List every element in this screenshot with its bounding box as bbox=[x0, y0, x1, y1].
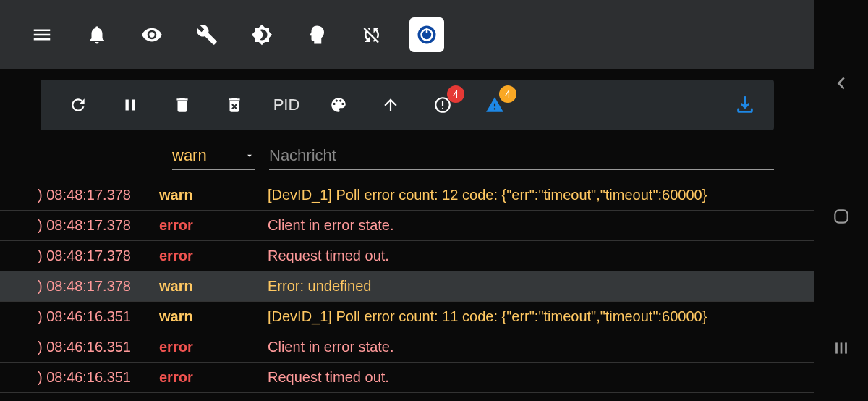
log-time: ) 08:48:17.378 bbox=[38, 248, 159, 264]
palette-icon bbox=[329, 96, 348, 114]
log-time: ) 08:48:17.378 bbox=[38, 278, 159, 295]
recents-icon bbox=[832, 339, 851, 358]
log-row[interactable]: ) 08:48:17.378errorRequest timed out. bbox=[0, 241, 814, 271]
log-row[interactable]: ) 08:46:16.351warn[DevID_1] Poll error c… bbox=[0, 302, 814, 332]
pid-filter-button[interactable]: PID bbox=[260, 80, 312, 130]
palette-button[interactable] bbox=[312, 80, 365, 130]
pause-icon bbox=[121, 96, 140, 114]
system-nav-bar bbox=[814, 0, 868, 401]
log-message: Request timed out. bbox=[268, 248, 774, 264]
log-level: warn bbox=[159, 278, 268, 295]
log-row[interactable]: ) 08:48:17.378warnError: undefined bbox=[0, 271, 814, 302]
action-toolbar-container: PID 4 4 bbox=[0, 69, 814, 130]
recents-button[interactable] bbox=[832, 339, 851, 358]
app-logo bbox=[409, 17, 444, 52]
message-filter-input[interactable]: Nachricht bbox=[269, 142, 774, 170]
trash-icon bbox=[173, 96, 192, 114]
download-icon bbox=[735, 95, 755, 115]
log-message: Error: undefined bbox=[268, 278, 774, 295]
brightness-icon bbox=[251, 24, 273, 46]
sync-off-button[interactable] bbox=[344, 0, 399, 69]
svg-rect-2 bbox=[426, 28, 428, 33]
back-button[interactable] bbox=[830, 72, 852, 94]
log-level: warn bbox=[159, 308, 268, 325]
error-filter-button[interactable]: 4 bbox=[417, 80, 469, 130]
log-time: ) 08:46:16.351 bbox=[38, 339, 159, 355]
filter-row: warn Nachricht bbox=[0, 130, 814, 177]
warn-badge: 4 bbox=[499, 85, 516, 103]
theme-button[interactable] bbox=[234, 0, 289, 69]
chevron-down-icon bbox=[244, 151, 255, 161]
trash-x-icon bbox=[225, 96, 244, 114]
log-time: ) 08:46:16.351 bbox=[38, 308, 159, 325]
log-level: error bbox=[159, 217, 268, 234]
log-level: error bbox=[159, 339, 268, 355]
warn-filter-button[interactable]: 4 bbox=[469, 80, 521, 130]
log-row[interactable]: ) 08:46:16.351errorClient in error state… bbox=[0, 332, 814, 363]
log-message: Client in error state. bbox=[268, 217, 774, 234]
notifications-button[interactable] bbox=[69, 0, 124, 69]
svg-rect-6 bbox=[835, 210, 847, 222]
head-icon bbox=[306, 24, 328, 46]
scroll-up-button[interactable] bbox=[365, 80, 417, 130]
wrench-icon bbox=[196, 24, 218, 46]
home-icon bbox=[832, 207, 851, 226]
logo-icon bbox=[416, 24, 438, 46]
sync-disabled-icon bbox=[361, 24, 383, 46]
pid-label: PID bbox=[273, 96, 300, 114]
log-row[interactable]: ) 08:48:17.378warn[DevID_1] Poll error c… bbox=[0, 180, 814, 211]
log-level: error bbox=[159, 369, 268, 386]
svg-point-5 bbox=[442, 108, 443, 109]
log-time: ) 08:48:17.378 bbox=[38, 187, 159, 203]
bell-icon bbox=[86, 24, 108, 46]
log-row[interactable]: ) 08:48:17.378errorClient in error state… bbox=[0, 211, 814, 241]
profile-button[interactable] bbox=[289, 0, 344, 69]
level-filter-dropdown[interactable]: warn bbox=[172, 142, 255, 170]
arrow-up-icon bbox=[381, 96, 400, 114]
log-level: error bbox=[159, 248, 268, 264]
log-time: ) 08:46:16.351 bbox=[38, 369, 159, 386]
menu-icon bbox=[31, 24, 53, 46]
download-button[interactable] bbox=[728, 88, 762, 122]
log-time: ) 08:48:17.378 bbox=[38, 217, 159, 234]
log-message: Client in error state. bbox=[268, 339, 774, 355]
action-toolbar: PID 4 4 bbox=[41, 80, 774, 130]
top-toolbar bbox=[0, 0, 814, 69]
delete-button[interactable] bbox=[156, 80, 208, 130]
log-level: warn bbox=[159, 187, 268, 203]
pause-button[interactable] bbox=[104, 80, 156, 130]
error-badge: 4 bbox=[447, 85, 464, 103]
main-content: PID 4 4 warn bbox=[0, 0, 814, 401]
log-row[interactable]: ) 08:46:16.351errorRequest timed out. bbox=[0, 363, 814, 393]
delete-forever-button[interactable] bbox=[208, 80, 260, 130]
log-message: [DevID_1] Poll error count: 11 code: {"e… bbox=[268, 308, 774, 325]
eye-icon bbox=[141, 24, 163, 46]
home-button[interactable] bbox=[832, 207, 851, 226]
level-filter-value: warn bbox=[172, 146, 207, 165]
log-list: ) 08:48:17.378warn[DevID_1] Poll error c… bbox=[0, 177, 814, 393]
refresh-icon bbox=[69, 96, 88, 114]
refresh-button[interactable] bbox=[52, 80, 104, 130]
visibility-button[interactable] bbox=[124, 0, 179, 69]
log-message: [DevID_1] Poll error count: 12 code: {"e… bbox=[268, 187, 774, 203]
settings-button[interactable] bbox=[179, 0, 234, 69]
log-message: Request timed out. bbox=[268, 369, 774, 386]
chevron-left-icon bbox=[830, 72, 852, 94]
message-filter-placeholder: Nachricht bbox=[269, 146, 336, 164]
app-logo-button[interactable] bbox=[399, 0, 454, 69]
menu-button[interactable] bbox=[14, 0, 69, 69]
